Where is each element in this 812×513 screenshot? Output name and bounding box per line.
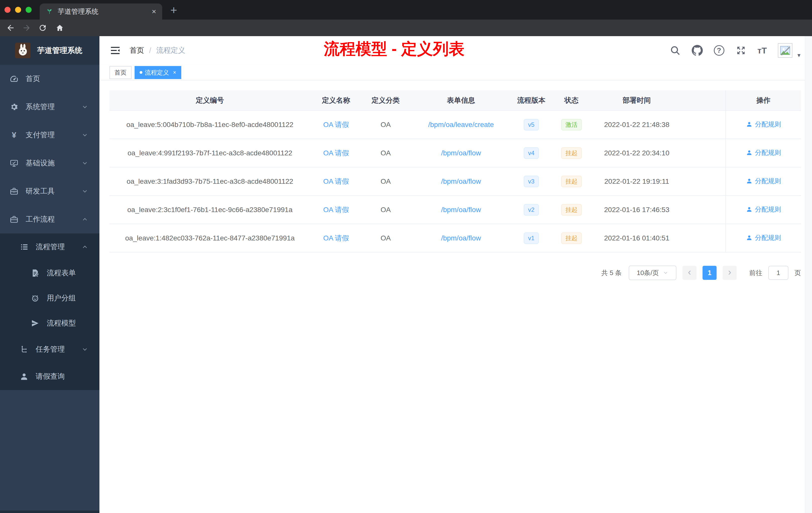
sidebar-item-workflow[interactable]: 工作流程 [0, 205, 99, 233]
breadcrumb-current: 流程定义 [156, 46, 185, 56]
assign-rule-link[interactable]: 分配规则 [746, 177, 781, 185]
definition-name-link[interactable]: OA 请假 [323, 177, 349, 185]
form-link[interactable]: /bpm/oa/leave/create [428, 121, 494, 128]
github-icon[interactable] [692, 45, 703, 56]
version-badge[interactable]: v2 [524, 204, 539, 216]
form-link[interactable]: /bpm/oa/flow [441, 177, 481, 185]
definition-name-link[interactable]: OA 请假 [323, 149, 349, 157]
cell-definition-id: oa_leave:3:1fad3d93-7b75-11ec-a3c8-acde4… [110, 167, 310, 195]
definition-name-link[interactable]: OA 请假 [323, 121, 349, 128]
chevron-up-icon [81, 216, 88, 223]
version-badge[interactable]: v4 [524, 147, 539, 159]
version-badge[interactable]: v3 [524, 176, 539, 187]
tag-close-icon[interactable]: × [173, 69, 176, 76]
caret-down-icon[interactable]: ▾ [798, 52, 801, 59]
chevron-down-icon [81, 131, 88, 139]
sidebar-item-user-group[interactable]: 用户分组 [0, 285, 99, 311]
tab-title: 芋道管理系统 [58, 7, 147, 16]
cell-deploy-time: 2022-01-22 19:19:11 [593, 167, 681, 195]
search-icon[interactable] [670, 45, 681, 56]
sidebar-item-home[interactable]: 首页 [0, 65, 99, 93]
form-link[interactable]: /bpm/oa/flow [441, 206, 481, 214]
robot-face-icon [31, 294, 40, 303]
new-tab-button[interactable]: + [168, 4, 180, 17]
active-dot [140, 71, 142, 74]
sidebar-item-label: 请假查询 [36, 371, 88, 382]
cell-deploy-time: 2022-01-16 01:40:51 [593, 224, 681, 252]
definition-name-link[interactable]: OA 请假 [323, 206, 349, 214]
breadcrumb-home[interactable]: 首页 [129, 46, 144, 56]
sidebar-item-leave-query[interactable]: 请假查询 [0, 363, 99, 390]
col-deploy-time: 部署时间 [593, 90, 681, 111]
sidebar-item-system[interactable]: 系统管理 [0, 93, 99, 121]
back-icon[interactable] [6, 23, 15, 32]
window-minimize-button[interactable] [15, 7, 21, 13]
form-link[interactable]: /bpm/oa/flow [441, 234, 481, 242]
forward-icon[interactable] [22, 23, 31, 32]
toolbox-icon [9, 187, 19, 196]
goto-page-input[interactable]: 1 [768, 266, 788, 280]
col-process-version: 流程版本 [513, 90, 550, 111]
browser-tab[interactable]: 芋道管理系统 × [40, 3, 162, 20]
cell-category: OA [362, 224, 409, 252]
tag-process-definition[interactable]: 流程定义 × [135, 66, 181, 79]
version-badge[interactable]: v5 [524, 119, 539, 130]
version-badge[interactable]: v1 [524, 233, 539, 244]
main-content: 定义编号 定义名称 定义分类 表单信息 流程版本 状态 部署时间 操作 oa_l… [99, 80, 805, 513]
window-zoom-button[interactable] [26, 7, 32, 13]
next-page-button[interactable]: › [723, 266, 737, 280]
form-link[interactable]: /bpm/oa/flow [441, 149, 481, 157]
window-close-button[interactable] [4, 7, 10, 13]
home-icon[interactable] [55, 23, 64, 32]
current-page-button[interactable]: 1 [702, 266, 717, 280]
font-size-icon[interactable]: тT [757, 46, 767, 56]
sidebar-item-label: 支付管理 [26, 130, 81, 140]
person-icon [746, 178, 753, 184]
person-icon [746, 149, 753, 156]
sidebar-item-process-manage[interactable]: 流程管理 [0, 233, 99, 261]
chevron-down-icon [81, 160, 88, 167]
assign-rule-link[interactable]: 分配规则 [746, 205, 781, 214]
assign-rule-link[interactable]: 分配规则 [746, 148, 781, 157]
app-logo[interactable]: 芋道管理系统 [0, 36, 99, 65]
sidebar-item-task-manage[interactable]: 任务管理 [0, 336, 99, 363]
cell-category: OA [362, 195, 409, 224]
help-icon[interactable]: ? [714, 45, 724, 56]
prev-page-button[interactable]: ‹ [683, 266, 696, 280]
sidebar-item-payment[interactable]: ¥ 支付管理 [0, 121, 99, 149]
definition-table: 定义编号 定义名称 定义分类 表单信息 流程版本 状态 部署时间 操作 oa_l… [110, 90, 801, 252]
sidebar-item-label: 任务管理 [36, 344, 81, 354]
reload-icon[interactable] [38, 23, 47, 32]
table-row: oa_leave:1:482ec033-762a-11ec-8477-a2380… [110, 224, 801, 252]
tag-home[interactable]: 首页 [110, 66, 132, 79]
sidebar-item-label: 系统管理 [26, 102, 81, 112]
sidebar-item-label: 流程模型 [47, 318, 88, 328]
screen: 芋道管理系统 × + ⚠ 不安全 dashboard.yudao.iocoder… [0, 0, 812, 513]
paper-plane-icon [31, 319, 40, 328]
pagination: 共 5 条 10条/页 ‹ 1 › 前往 1 页 [110, 266, 801, 280]
sidebar-item-label: 研发工具 [26, 186, 81, 196]
yen-icon: ¥ [9, 130, 19, 140]
sidebar-item-label: 首页 [26, 74, 88, 84]
sidebar-fold-icon[interactable] [110, 45, 121, 56]
tag-label: 流程定义 [145, 68, 169, 77]
tab-close-icon[interactable]: × [152, 8, 156, 15]
avatar[interactable] [778, 43, 792, 58]
assign-rule-link[interactable]: 分配规则 [746, 120, 781, 129]
sidebar-item-infra[interactable]: 基础设施 [0, 149, 99, 177]
sidebar-item-label: 流程表单 [47, 268, 88, 278]
table-header-row: 定义编号 定义名称 定义分类 表单信息 流程版本 状态 部署时间 操作 [110, 90, 801, 111]
sidebar-item-process-model[interactable]: 流程模型 [0, 311, 99, 336]
scrollbar[interactable] [805, 36, 812, 513]
favicon-sprout-icon [46, 7, 53, 16]
sidebar-collapse-bar[interactable] [0, 511, 99, 513]
assign-rule-link[interactable]: 分配规则 [746, 233, 781, 242]
chevron-down-icon [81, 188, 88, 195]
sidebar-item-devtools[interactable]: 研发工具 [0, 177, 99, 205]
definition-name-link[interactable]: OA 请假 [323, 234, 349, 242]
table-row: oa_leave:5:004b710b-7b8a-11ec-8ef0-acde4… [110, 111, 801, 139]
col-filler [681, 90, 726, 111]
fullscreen-icon[interactable] [735, 45, 747, 56]
sidebar-item-process-form[interactable]: 流程表单 [0, 261, 99, 285]
page-size-select[interactable]: 10条/页 [629, 266, 676, 280]
